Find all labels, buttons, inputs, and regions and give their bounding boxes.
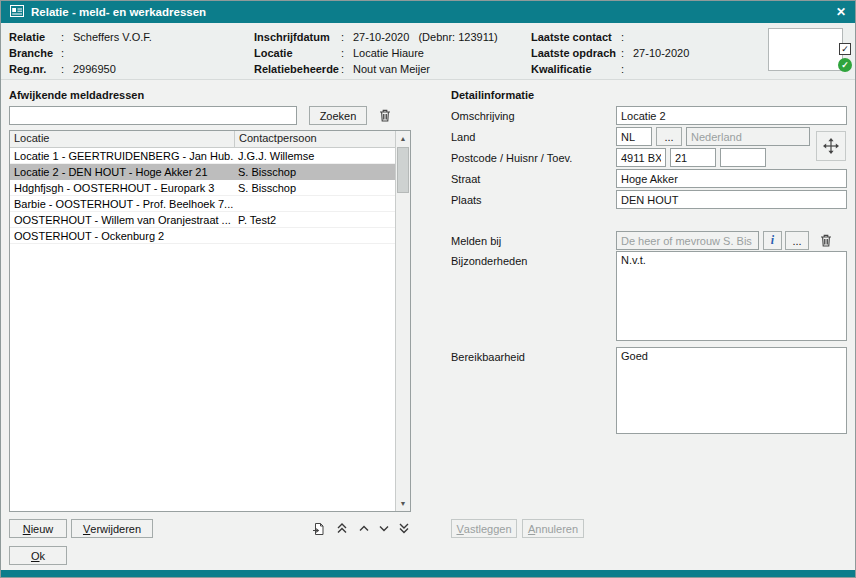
row-locatie: Locatie 2 - DEN HOUT - Hoge Akker 21 [10,166,234,178]
status-ok-icon: ✓ [838,58,852,72]
bereikbaarheid-label: Bereikbaarheid [451,351,525,363]
laatste-contact-label: Laatste contact [531,31,621,43]
detail-section-title: Detailinformatie [451,89,534,101]
meldadressen-table: Locatie Contactpersoon Locatie 1 - GEERT… [9,130,411,512]
bijzonderheden-label: Bijzonderheden [451,255,527,267]
meldadressen-section-title: Afwijkende meldadressen [9,89,144,101]
scroll-up-icon[interactable]: ▲ [396,131,410,146]
relatiebeheerder-value: Nout van Meijer [353,63,430,75]
photo-placeholder [768,28,843,71]
land-label: Land [451,131,475,143]
omschrijving-label: Omschrijving [451,110,515,122]
relatie-value: Scheffers V.O.F. [73,31,152,43]
header-column-3: Laatste contact: Laatste opdrach:27-10-2… [531,29,689,77]
locatie-label: Locatie [254,47,341,59]
relation-addresses-dialog: Relatie - meld- en werkadressen ✕ Relati… [0,0,856,578]
kwalificatie-label: Kwalificatie [531,63,621,75]
goto-record-icon[interactable] [307,519,329,538]
table-row[interactable]: Locatie 1 - GEERTRUIDENBERG - Jan Hub...… [10,148,395,164]
scroll-down-icon[interactable]: ▼ [396,496,410,511]
nieuw-button[interactable]: Nieuw [9,519,67,538]
regnr-label: Reg.nr. [9,63,61,75]
contact-info-button[interactable]: i [763,231,782,250]
titlebar: Relatie - meld- en werkadressen ✕ [1,1,855,23]
plaats-label: Plaats [451,194,482,206]
relatiebeheerder-label: Relatiebeheerde [254,63,341,75]
vastleggen-button[interactable]: Vastleggen [451,519,517,538]
row-contactpersoon: S. Bisschop [234,166,395,178]
window-bottom-accent [1,570,855,577]
huisnummer-input[interactable] [670,148,716,167]
window-title: Relatie - meld- en werkadressen [31,6,206,18]
row-locatie: Hdghfjsgh - OOSTERHOUT - Europark 3 [10,182,234,194]
close-icon[interactable]: ✕ [836,6,846,18]
row-locatie: Barbie - OOSTERHOUT - Prof. Beelhoek 7..… [10,198,234,210]
land-code-input[interactable] [616,127,652,146]
column-header-contactpersoon[interactable]: Contactpersoon [234,131,395,147]
melden-bij-browse-button[interactable]: ... [785,231,809,250]
header-column-1: Relatie:Scheffers V.O.F. Branche: Reg.nr… [9,29,152,77]
row-contactpersoon: P. Test2 [234,214,395,226]
table-row[interactable]: Hdghfjsgh - OOSTERHOUT - Europark 3S. Bi… [10,180,395,196]
postcode-input[interactable] [616,148,666,167]
annuleren-button[interactable]: Annuleren [522,519,584,538]
bereikbaarheid-textarea[interactable]: Goed [616,347,847,434]
regnr-value: 2996950 [73,63,116,75]
table-row[interactable]: OOSTERHOUT - Ockenburg 2 [10,228,395,244]
melden-bij-trash-icon[interactable] [812,231,840,250]
melden-bij-label: Melden bij [451,235,501,247]
omschrijving-input[interactable] [616,106,847,125]
column-header-locatie[interactable]: Locatie [10,131,234,147]
move-up-icon[interactable] [355,519,373,538]
verwijderen-button[interactable]: Verwijderen [71,519,153,538]
row-locatie: OOSTERHOUT - Ockenburg 2 [10,230,234,242]
zoeken-button[interactable]: Zoeken [309,106,367,125]
row-locatie: OOSTERHOUT - Willem van Oranjestraat ... [10,214,234,226]
land-name-readonly [686,127,810,146]
table-row-selected[interactable]: Locatie 2 - DEN HOUT - Hoge Akker 21S. B… [10,164,395,180]
straat-label: Straat [451,173,480,185]
row-contactpersoon: J.G.J. Willemse [234,150,395,162]
straat-input[interactable] [616,169,847,188]
row-locatie: Locatie 1 - GEERTRUIDENBERG - Jan Hub... [10,150,234,162]
land-browse-button[interactable]: ... [656,127,682,146]
branche-label: Branche [9,47,61,59]
table-body: Locatie 1 - GEERTRUIDENBERG - Jan Hub...… [10,148,395,511]
row-contactpersoon: S. Bisschop [234,182,395,194]
move-down-icon[interactable] [375,519,393,538]
header-checkbox[interactable]: ✓ [839,43,851,55]
melden-bij-readonly [616,231,759,250]
relatie-label: Relatie [9,31,61,43]
laatste-opdracht-label: Laatste opdrach [531,47,621,59]
bijzonderheden-textarea[interactable]: N.v.t. [616,251,847,341]
header-column-2: Inschrijfdatum:27-10-2020 (Debnr: 123911… [254,29,498,77]
table-header: Locatie Contactpersoon [10,131,395,148]
table-row[interactable]: Barbie - OOSTERHOUT - Prof. Beelhoek 7..… [10,196,395,212]
scrollbar-thumb[interactable] [397,147,409,193]
toevoeging-input[interactable] [720,148,766,167]
move-top-icon[interactable] [333,519,351,538]
postcode-label: Postcode / Huisnr / Toev. [451,152,572,164]
search-input[interactable] [9,106,297,125]
clear-search-trash-icon[interactable] [373,106,397,125]
locatie-value: Locatie Hiaure [353,47,424,59]
inschrijfdatum-label: Inschrijfdatum [254,31,341,43]
inschrijfdatum-value: 27-10-2020 (Debnr: 123911) [353,31,498,43]
plaats-input[interactable] [616,190,847,209]
address-card-icon [10,3,24,21]
relation-header: Relatie:Scheffers V.O.F. Branche: Reg.nr… [1,23,855,80]
laatste-opdracht-value: 27-10-2020 [633,47,689,59]
table-row[interactable]: OOSTERHOUT - Willem van Oranjestraat ...… [10,212,395,228]
move-address-icon[interactable] [816,131,846,161]
vertical-scrollbar: ▲ ▼ [395,131,410,511]
ok-button[interactable]: Ok [9,546,67,565]
move-bottom-icon[interactable] [395,519,413,538]
